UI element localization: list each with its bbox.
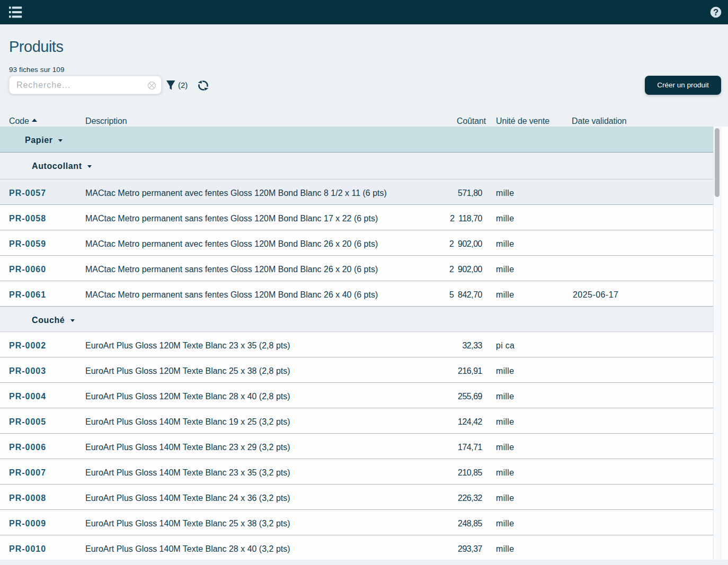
svg-text:?: ? (713, 7, 718, 17)
